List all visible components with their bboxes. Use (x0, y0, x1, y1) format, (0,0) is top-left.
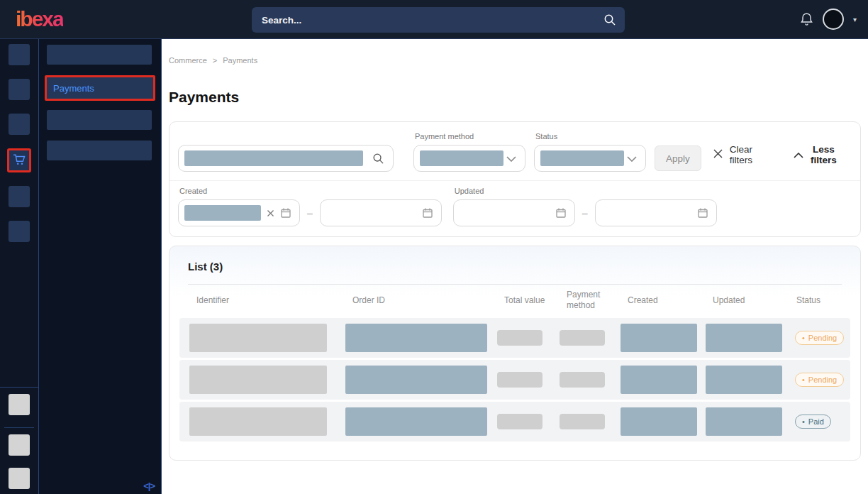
order-id-placeholder (345, 366, 487, 394)
status-dot: • (802, 417, 805, 426)
secondary-sidebar: Payments <|> (39, 39, 162, 494)
calendar-icon[interactable] (280, 207, 291, 219)
col-order-id: Order ID (345, 295, 497, 306)
col-payment-method: Payment method (560, 290, 621, 311)
sidebar-item-4[interactable] (47, 141, 152, 160)
ibexa-logo: ibexa (11, 7, 63, 31)
created-from-date-field[interactable] (178, 199, 300, 226)
rail-divider (0, 387, 38, 388)
page-title: Payments (169, 89, 861, 106)
updated-label: Updated (453, 187, 717, 195)
clear-date-icon[interactable] (267, 209, 274, 217)
clear-filters-button[interactable]: Clear filters (713, 144, 752, 165)
calendar-icon[interactable] (555, 207, 567, 219)
main-content: Commerce > Payments Payments (162, 39, 868, 494)
table-row[interactable]: • Pending (179, 360, 850, 400)
created-placeholder (621, 324, 697, 352)
global-search[interactable] (252, 7, 625, 33)
rail-divider-inner (4, 427, 34, 428)
payment-method-placeholder (560, 372, 605, 388)
payments-list-panel: List (3) Identifier Order ID Total value… (169, 246, 861, 461)
payment-method-placeholder (560, 414, 605, 429)
topbar-actions: ▾ (800, 9, 857, 30)
order-id-placeholder (345, 324, 487, 352)
breadcrumb: Commerce > Payments (169, 56, 861, 65)
filter-search-field[interactable] (178, 145, 394, 172)
top-bar: ibexa ▾ (0, 0, 868, 39)
user-avatar[interactable] (823, 9, 844, 30)
sidebar-item-3[interactable] (47, 110, 152, 130)
identifier-placeholder (189, 366, 327, 394)
bottom-nav-icon-2[interactable] (9, 434, 30, 456)
calendar-icon[interactable] (697, 207, 708, 219)
payment-method-placeholder (560, 330, 605, 346)
table-row[interactable]: • Pending (179, 318, 850, 358)
shopping-cart-icon (12, 153, 26, 169)
status-dot: • (802, 375, 805, 384)
search-icon[interactable] (603, 13, 616, 26)
filter-search-icon[interactable] (372, 153, 384, 165)
breadcrumb-payments: Payments (223, 56, 257, 65)
filters-panel: Payment method Status (169, 121, 861, 237)
nav-icon-6[interactable] (9, 221, 30, 242)
total-value-placeholder (497, 414, 542, 429)
status-select[interactable] (534, 145, 646, 172)
col-total-value: Total value (497, 295, 560, 306)
user-menu-caret-icon[interactable]: ▾ (853, 16, 857, 23)
status-badge: • Pending (795, 331, 844, 345)
close-icon (713, 148, 723, 161)
chevron-down-icon (627, 152, 637, 165)
date-range-dash: – (582, 207, 588, 219)
apply-button[interactable]: Apply (655, 146, 701, 171)
status-badge: • Paid (795, 415, 831, 429)
date-range-dash: – (307, 207, 313, 219)
total-value-placeholder (497, 330, 542, 346)
status-label: Status (534, 132, 646, 141)
chevron-down-icon (506, 152, 516, 165)
payment-method-select[interactable] (413, 145, 525, 172)
updated-placeholder (706, 407, 782, 436)
nav-icon-2[interactable] (9, 79, 30, 100)
col-identifier: Identifier (189, 295, 345, 306)
search-value-placeholder (184, 150, 363, 166)
search-input[interactable] (262, 15, 603, 26)
col-status: Status (789, 295, 850, 306)
sidebar-resize-handle[interactable]: <|> (143, 481, 155, 491)
table-row[interactable]: • Paid (179, 402, 850, 441)
less-filters-button[interactable]: Less filters (794, 144, 837, 165)
app-window: ibexa ▾ (0, 0, 868, 494)
created-placeholder (621, 407, 697, 436)
calendar-icon[interactable] (422, 207, 433, 219)
breadcrumb-commerce[interactable]: Commerce (169, 56, 207, 65)
bottom-nav-icon-1[interactable] (9, 394, 30, 415)
updated-to-date-field[interactable] (595, 199, 717, 226)
bottom-nav-icon-3[interactable] (9, 468, 30, 489)
identifier-placeholder (189, 324, 327, 352)
col-created: Created (621, 295, 706, 306)
nav-icon-5[interactable] (9, 186, 30, 207)
sidebar-item-payments-highlighted[interactable]: Payments (45, 75, 155, 101)
updated-from-date-field[interactable] (453, 199, 575, 226)
list-title: List (3) (179, 260, 850, 273)
status-badge: • Pending (795, 373, 844, 387)
status-dot: • (802, 334, 805, 342)
created-from-value-placeholder (184, 205, 261, 221)
updated-placeholder (706, 324, 782, 352)
created-to-date-field[interactable] (320, 199, 442, 226)
col-updated: Updated (706, 295, 789, 306)
notifications-bell-icon[interactable] (800, 12, 813, 27)
updated-placeholder (706, 366, 782, 394)
order-id-placeholder (345, 407, 487, 436)
commerce-nav-item-highlighted[interactable] (7, 148, 31, 172)
sidebar-item-1[interactable] (47, 45, 152, 65)
created-placeholder (621, 366, 697, 394)
identifier-placeholder (189, 407, 327, 436)
payment-method-value-placeholder (420, 150, 503, 166)
nav-rail-bottom (0, 387, 38, 494)
nav-icon-1[interactable] (9, 44, 30, 65)
created-label: Created (178, 187, 442, 195)
nav-icon-3[interactable] (9, 114, 30, 135)
chevron-up-icon (794, 150, 803, 160)
breadcrumb-separator: > (213, 56, 217, 65)
table-header-row: Identifier Order ID Total value Payment … (179, 285, 850, 316)
